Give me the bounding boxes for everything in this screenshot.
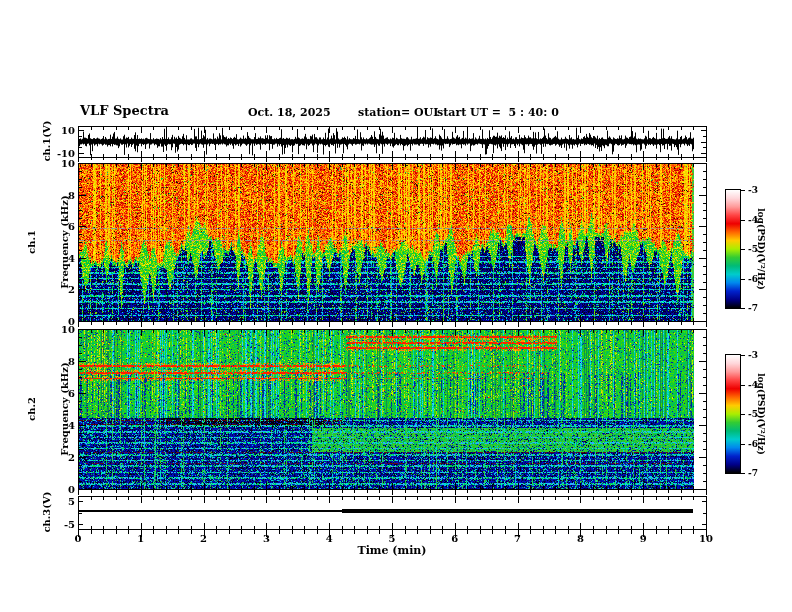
time-tick-label: 3 xyxy=(263,533,270,544)
ch2-freq-tick-label: 2 xyxy=(68,452,75,463)
colorbar2-tick-label: -4 xyxy=(748,380,758,390)
ch2-freq-tick-label: 8 xyxy=(68,356,75,367)
ch1-freq-tick-label: 2 xyxy=(68,284,75,295)
colorbar1-tick-label: -3 xyxy=(748,185,758,195)
ch1-freq-tick-label: 0 xyxy=(68,316,75,327)
colorbar2-tick-label: -5 xyxy=(748,409,758,419)
time-tick-label: 2 xyxy=(200,533,207,544)
colorbar1-tick-label: -4 xyxy=(748,215,758,225)
axis-label-line: ch.1 xyxy=(26,195,37,288)
ch1-freq-tick-label: 8 xyxy=(68,189,75,200)
time-tick-label: 4 xyxy=(326,533,333,544)
ch3-volt-tick-label: 5 xyxy=(68,496,75,507)
time-tick-label: 1 xyxy=(137,533,144,544)
ch2-frequency-axis-label: ch.2 Frequency (kHz) xyxy=(4,362,92,455)
vlf-spectra-figure: VLF Spectra Oct. 18, 2025 station= OUI s… xyxy=(0,0,792,612)
ch1-freq-tick-label: 10 xyxy=(61,158,75,169)
spectra-plot-canvas xyxy=(0,0,792,612)
ch3-volt-tick-label: -5 xyxy=(64,519,75,530)
ch3-voltage-axis-label: ch.3(V) xyxy=(41,491,52,532)
colorbar2-tick-label: -7 xyxy=(748,468,758,478)
axis-label-line: Frequency (kHz) xyxy=(59,362,70,455)
figure-start-ut: start UT = 5 : 40: 0 xyxy=(437,106,559,119)
ch1-volt-tick-label: 10 xyxy=(61,125,75,136)
colorbar1-tick-label: -5 xyxy=(748,244,758,254)
colorbar2-tick-label: -6 xyxy=(748,439,758,449)
colorbar1-tick-label: -7 xyxy=(748,303,758,313)
time-tick-label: 0 xyxy=(75,533,82,544)
time-tick-label: 10 xyxy=(699,533,713,544)
time-tick-label: 9 xyxy=(640,533,647,544)
ch1-freq-tick-label: 6 xyxy=(68,221,75,232)
time-tick-label: 7 xyxy=(514,533,521,544)
axis-label-line: ch.2 xyxy=(26,362,37,455)
axis-label-line: Frequency (kHz) xyxy=(59,195,70,288)
figure-title: VLF Spectra xyxy=(80,103,169,118)
time-axis-label: Time (min) xyxy=(357,544,426,557)
ch2-freq-tick-label: 4 xyxy=(68,420,75,431)
ch1-volt-tick-label: -10 xyxy=(57,148,75,159)
ch1-frequency-axis-label: ch.1 Frequency (kHz) xyxy=(4,195,92,288)
ch1-voltage-axis-label: ch.1(V) xyxy=(41,120,52,161)
ch2-freq-tick-label: 0 xyxy=(68,484,75,495)
time-tick-label: 5 xyxy=(389,533,396,544)
ch2-freq-tick-label: 6 xyxy=(68,388,75,399)
colorbar1-tick-label: -6 xyxy=(748,274,758,284)
ch1-freq-tick-label: 4 xyxy=(68,252,75,263)
colorbar2-tick-label: -3 xyxy=(748,350,758,360)
figure-station: station= OUI xyxy=(358,106,438,119)
time-tick-label: 6 xyxy=(451,533,458,544)
figure-date: Oct. 18, 2025 xyxy=(248,106,331,119)
time-tick-label: 8 xyxy=(577,533,584,544)
